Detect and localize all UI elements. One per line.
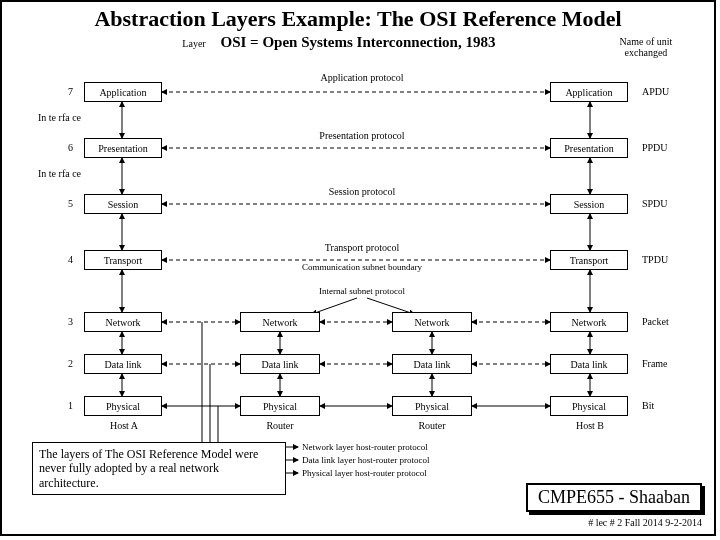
unit-tpdu: TPDU [642, 254, 668, 265]
footnote-dl: Data link layer host-router protocol [302, 455, 429, 465]
layer-num-1: 1 [68, 400, 73, 411]
layer-num-7: 7 [68, 86, 73, 97]
unit-bit: Bit [642, 400, 654, 411]
box-net-r1: Network [240, 312, 320, 332]
box-dl-r2: Data link [392, 354, 472, 374]
unit-frame: Frame [642, 358, 668, 369]
footnote-phys: Physical layer host-router protocol [302, 468, 427, 478]
layer-num-6: 6 [68, 142, 73, 153]
router-2-label: Router [392, 420, 472, 431]
internal-proto: Internal subnet protocol [262, 286, 462, 296]
box-trans-left: Transport [84, 250, 162, 270]
box-pres-right: Presentation [550, 138, 628, 158]
layer-num-4: 4 [68, 254, 73, 265]
unit-ppdu: PPDU [642, 142, 668, 153]
footer-lecture: # lec # 2 Fall 2014 9-2-2014 [588, 517, 702, 528]
box-net-b: Network [550, 312, 628, 332]
footer-course: CMPE655 - Shaaban [526, 483, 702, 512]
slide-title: Abstraction Layers Example: The OSI Refe… [2, 6, 714, 32]
layer-num-5: 5 [68, 198, 73, 209]
host-b-label: Host B [550, 420, 630, 431]
box-dl-a: Data link [84, 354, 162, 374]
unit-packet: Packet [642, 316, 669, 327]
unit-apdu: APDU [642, 86, 669, 97]
adoption-note: The layers of The OSI Reference Model we… [32, 442, 286, 495]
layer-num-2: 2 [68, 358, 73, 369]
box-pres-left: Presentation [84, 138, 162, 158]
unit-spdu: SPDU [642, 198, 668, 209]
interface-76: In te rfa ce [38, 112, 81, 123]
footnote-net: Network layer host-router protocol [302, 442, 428, 452]
box-sess-right: Session [550, 194, 628, 214]
box-ph-b: Physical [550, 396, 628, 416]
subnet-boundary: Communication subnet boundary [262, 262, 462, 272]
proto-app: Application protocol [262, 72, 462, 83]
proto-sess: Session protocol [262, 186, 462, 197]
col-header-layer: Layer [174, 38, 214, 49]
proto-trans: Transport protocol [262, 242, 462, 253]
col-header-unit: Name of unit exchanged [606, 36, 686, 58]
box-ph-a: Physical [84, 396, 162, 416]
box-net-r2: Network [392, 312, 472, 332]
box-app-left: Application [84, 82, 162, 102]
host-a-label: Host A [84, 420, 164, 431]
layer-num-3: 3 [68, 316, 73, 327]
router-1-label: Router [240, 420, 320, 431]
slide-frame: Abstraction Layers Example: The OSI Refe… [0, 0, 716, 536]
box-sess-left: Session [84, 194, 162, 214]
box-ph-r2: Physical [392, 396, 472, 416]
interface-65: In te rfa ce [38, 168, 81, 179]
box-trans-right: Transport [550, 250, 628, 270]
box-ph-r1: Physical [240, 396, 320, 416]
box-app-right: Application [550, 82, 628, 102]
proto-pres: Presentation protocol [262, 130, 462, 141]
box-net-a: Network [84, 312, 162, 332]
box-dl-b: Data link [550, 354, 628, 374]
box-dl-r1: Data link [240, 354, 320, 374]
